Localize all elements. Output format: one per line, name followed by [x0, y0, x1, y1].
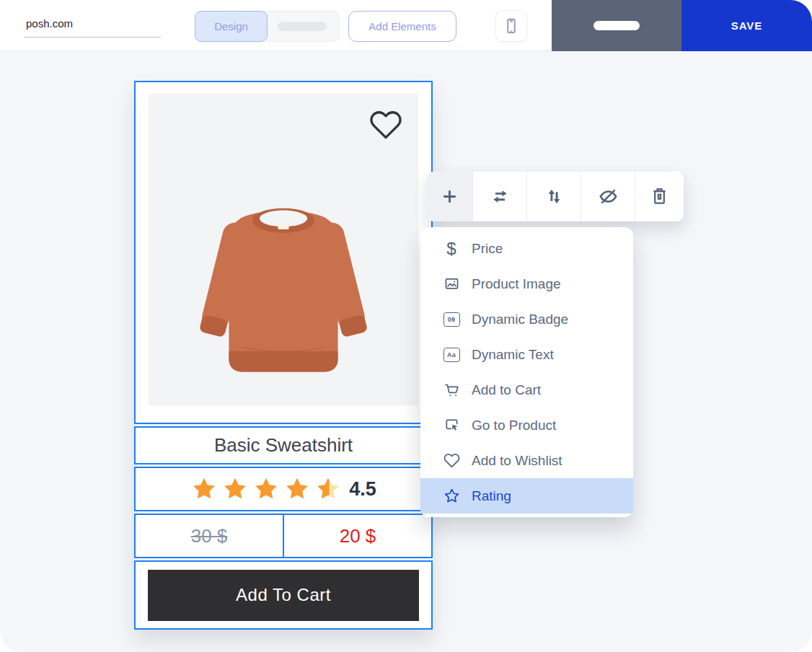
new-price: 20 $	[340, 525, 376, 547]
menu-item-label: Product Image	[472, 276, 561, 292]
product-price-element[interactable]: 30 $ 20 $	[134, 514, 433, 558]
dollar-icon: $	[441, 240, 462, 257]
design-tab[interactable]: Design	[195, 11, 268, 42]
cart-icon	[441, 382, 462, 398]
smartphone-icon	[502, 17, 521, 35]
menu-item-price[interactable]: $Price	[420, 231, 633, 266]
product-title: Basic Sweatshirt	[214, 434, 353, 457]
product-image-element[interactable]	[134, 81, 433, 424]
menu-item-label: Add to Wishlist	[472, 453, 562, 469]
new-price-cell: 20 $	[283, 515, 431, 557]
menu-item-dynamic-badge[interactable]: 09Dynamic Badge	[420, 301, 633, 337]
add-elements-button[interactable]: Add Elements	[348, 11, 456, 42]
swap-vertical-icon	[544, 187, 564, 206]
view-mode-toggle: Design	[195, 11, 340, 42]
header-dark-panel	[552, 0, 681, 51]
star-full-icon	[283, 475, 311, 503]
app-window: posh.com Design Add Elements SAVE	[0, 0, 812, 652]
product-rating-element[interactable]: 4.5	[134, 467, 433, 511]
delete-element-button[interactable]	[635, 172, 684, 221]
plus-icon	[440, 187, 459, 206]
rating-value: 4.5	[349, 478, 376, 501]
move-vertical-button[interactable]	[526, 172, 581, 221]
star-full-icon	[221, 475, 249, 503]
element-toolbar	[427, 172, 684, 221]
badge-icon: 09	[441, 312, 462, 327]
star-full-icon	[190, 475, 218, 503]
mobile-preview-button[interactable]	[495, 10, 527, 42]
menu-item-label: Add to Cart	[472, 382, 541, 398]
star-rating	[190, 475, 342, 503]
old-price: 30 $	[191, 525, 228, 547]
image-icon	[441, 276, 462, 292]
toggle-placeholder-segment[interactable]	[265, 11, 340, 42]
product-photo-area	[149, 94, 418, 405]
sweatshirt-image	[161, 172, 406, 405]
swap-horizontal-icon	[490, 187, 510, 206]
menu-item-add-to-wishlist[interactable]: Add to Wishlist	[420, 443, 633, 478]
goto-product-icon	[441, 417, 462, 433]
eye-off-icon	[599, 187, 618, 206]
heart-icon	[441, 452, 462, 469]
menu-item-dynamic-text[interactable]: AaDynamic Text	[420, 337, 633, 372]
old-price-cell: 30 $	[136, 515, 283, 557]
star-full-icon	[252, 475, 280, 503]
menu-item-product-image[interactable]: Product Image	[420, 266, 633, 301]
site-url-text: posh.com	[24, 13, 73, 35]
menu-item-label: Dynamic Text	[472, 347, 554, 363]
product-title-element[interactable]: Basic Sweatshirt	[134, 426, 433, 464]
top-bar: posh.com Design Add Elements SAVE	[0, 0, 812, 51]
move-horizontal-button[interactable]	[472, 172, 526, 221]
menu-item-label: Rating	[472, 488, 511, 504]
site-url-field[interactable]: posh.com	[24, 13, 161, 38]
add-element-menu: $PriceProduct Image09Dynamic BadgeAaDyna…	[420, 227, 633, 517]
text-icon: Aa	[441, 348, 462, 362]
star-icon	[441, 488, 462, 504]
menu-item-label: Go to Product	[472, 418, 556, 433]
drag-handle[interactable]	[593, 21, 640, 30]
add-element-button[interactable]	[427, 172, 472, 221]
menu-item-label: Dynamic Badge	[472, 312, 568, 327]
heart-icon[interactable]	[369, 108, 402, 141]
hide-element-button[interactable]	[581, 172, 635, 221]
add-to-cart-element[interactable]: Add To Cart	[134, 560, 433, 630]
add-to-cart-button[interactable]: Add To Cart	[148, 570, 419, 621]
menu-item-add-to-cart[interactable]: Add to Cart	[420, 372, 633, 408]
menu-item-rating[interactable]: Rating	[420, 478, 633, 514]
menu-item-go-to-product[interactable]: Go to Product	[420, 408, 633, 443]
star-half-icon	[314, 475, 342, 503]
trash-icon	[650, 187, 669, 206]
menu-item-label: Price	[472, 241, 503, 257]
placeholder-pill	[278, 22, 327, 31]
save-button[interactable]: SAVE	[681, 0, 812, 51]
